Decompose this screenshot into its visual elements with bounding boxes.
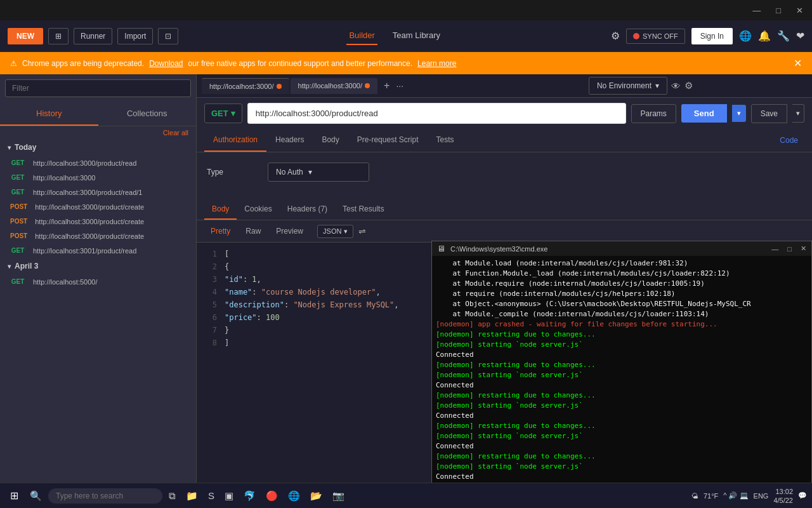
- wrench-icon[interactable]: 🔧: [777, 30, 790, 42]
- request-tab[interactable]: http://localhost:3000/: [202, 78, 289, 94]
- new-button[interactable]: NEW: [8, 28, 43, 44]
- clear-all-button[interactable]: Clear all: [0, 126, 196, 139]
- request-type-tab[interactable]: Pre-request Script: [348, 129, 428, 152]
- settings-icon[interactable]: ⚙: [611, 30, 620, 42]
- response-tab[interactable]: Cookies: [237, 199, 279, 220]
- line-content: {: [225, 260, 229, 273]
- terminal-icon[interactable]: ▣: [221, 488, 237, 504]
- tab-collections[interactable]: Collections: [98, 102, 197, 126]
- json-format-select[interactable]: JSON ▾: [317, 225, 353, 238]
- runner-button[interactable]: Runner: [74, 28, 112, 44]
- line-number: 4: [202, 286, 217, 298]
- file-explorer-icon[interactable]: 📁: [182, 488, 202, 504]
- search-input[interactable]: [5, 79, 191, 97]
- response-tab[interactable]: Body: [204, 199, 237, 220]
- environment-select[interactable]: No Environment ▾: [589, 77, 667, 95]
- send-button[interactable]: Send: [681, 104, 727, 123]
- code-link[interactable]: Code: [773, 130, 804, 151]
- list-item[interactable]: POSThttp://localhost:3000/product/create: [0, 214, 196, 229]
- list-item[interactable]: POSThttp://localhost:3000/product/create: [0, 229, 196, 243]
- sign-in-button[interactable]: Sign In: [691, 28, 733, 44]
- line-content: "name": "course Nodejs developer",: [225, 286, 381, 298]
- cmd-maximize[interactable]: □: [787, 245, 792, 253]
- request-type-tab[interactable]: Authorization: [204, 129, 266, 152]
- chevron-down-icon: ▾: [8, 263, 11, 270]
- banner-download-link[interactable]: Download: [149, 59, 183, 68]
- no-auth-label: No Auth: [276, 168, 303, 177]
- banner-close-button[interactable]: ✕: [794, 57, 802, 69]
- tab-history[interactable]: History: [0, 102, 98, 126]
- save-button[interactable]: Save: [751, 104, 787, 123]
- body-format-tab[interactable]: Preview: [270, 224, 310, 238]
- nav-builder[interactable]: Builder: [346, 27, 377, 45]
- line-content: "description": "Nodejs Express MySQL",: [225, 298, 399, 311]
- sync-button[interactable]: SYNC OFF: [626, 29, 685, 44]
- response-tab[interactable]: Test Results: [335, 199, 391, 220]
- chrome-icon[interactable]: 🌐: [284, 488, 304, 504]
- cmd-line: Connected: [436, 380, 808, 391]
- date-label: 4/5/22: [773, 496, 793, 505]
- add-tab-button[interactable]: +: [379, 80, 395, 91]
- heart-icon[interactable]: ❤: [796, 30, 804, 42]
- request-tab[interactable]: http://localhost:3000/: [291, 78, 378, 94]
- cmd-close[interactable]: ✕: [801, 244, 806, 253]
- auth-type-select[interactable]: No Auth ▾: [268, 163, 369, 182]
- cmd-line: [nodemon] restarting due to changes...: [436, 360, 808, 370]
- more-tabs-button[interactable]: ···: [396, 81, 403, 91]
- url-text: http://localhost:3000/product/create: [35, 203, 144, 211]
- mysql-icon[interactable]: 🐬: [240, 488, 259, 504]
- line-content: "price": 100: [225, 311, 280, 324]
- eye-icon[interactable]: 👁: [671, 81, 681, 91]
- request-type-tab[interactable]: Body: [313, 129, 348, 152]
- list-item[interactable]: GEThttp://localhost:5000/: [0, 274, 196, 289]
- beautify-button[interactable]: ⇌: [358, 226, 366, 236]
- method-badge: GET: [8, 159, 28, 167]
- request-type-tab[interactable]: Headers: [266, 129, 313, 152]
- banner-text: Chrome apps are being deprecated.: [22, 59, 144, 68]
- temperature-label: 71°F: [704, 492, 718, 500]
- sidebar-tabs: History Collections: [0, 102, 196, 126]
- app5-icon[interactable]: 🔴: [262, 488, 282, 504]
- cmd-minimize[interactable]: —: [771, 245, 778, 253]
- method-badge: GET: [8, 188, 28, 196]
- url-input[interactable]: [247, 103, 626, 124]
- cmd-window[interactable]: 🖥 C:\Windows\system32\cmd.exe — □ ✕ at M…: [431, 241, 812, 507]
- list-item[interactable]: POSThttp://localhost:3000/product/create: [0, 199, 196, 214]
- response-tab[interactable]: Headers (7): [280, 199, 335, 220]
- title-bar: — □ ✕: [0, 0, 812, 20]
- folder-icon[interactable]: 📂: [306, 488, 326, 504]
- taskbar-search-input[interactable]: [48, 488, 162, 504]
- minimize-button[interactable]: —: [749, 4, 764, 17]
- start-button[interactable]: ⊞: [5, 487, 23, 504]
- sublime-icon[interactable]: S: [204, 488, 218, 504]
- body-format-tab[interactable]: Raw: [239, 224, 267, 238]
- nav-team-library[interactable]: Team Library: [390, 27, 443, 45]
- request-type-tab[interactable]: Tests: [427, 129, 462, 152]
- import-button[interactable]: Import: [117, 28, 153, 44]
- cmd-line: [nodemon] app crashed - waiting for file…: [436, 319, 808, 330]
- task-view-icon[interactable]: ⧉: [165, 488, 180, 504]
- list-item[interactable]: GEThttp://localhost:3001/product/read: [0, 243, 196, 258]
- camera-icon[interactable]: 📷: [329, 488, 348, 504]
- send-dropdown-button[interactable]: ▾: [732, 105, 746, 122]
- globe-icon[interactable]: 🌐: [739, 30, 752, 42]
- request-tabs-bar: http://localhost:3000/http://localhost:3…: [197, 74, 584, 97]
- params-button[interactable]: Params: [631, 104, 676, 123]
- request-tabs-container: http://localhost:3000/http://localhost:3…: [202, 78, 377, 94]
- settings-icon[interactable]: ⚙: [684, 80, 693, 91]
- list-item[interactable]: GEThttp://localhost:3000: [0, 170, 196, 185]
- deprecation-banner: ⚠ Chrome apps are being deprecated. Down…: [0, 52, 812, 74]
- list-item[interactable]: GEThttp://localhost:3000/product/read: [0, 156, 196, 170]
- bell-icon[interactable]: 🔔: [758, 30, 771, 42]
- method-select[interactable]: GET ▾: [204, 104, 242, 123]
- unsaved-dot: [277, 84, 282, 89]
- save-dropdown-button[interactable]: ▾: [792, 104, 804, 123]
- list-item[interactable]: GEThttp://localhost:3000/product/read/1: [0, 185, 196, 199]
- banner-learn-link[interactable]: Learn more: [417, 59, 456, 68]
- close-button[interactable]: ✕: [792, 4, 807, 17]
- layout-button[interactable]: ⊞: [48, 28, 69, 44]
- body-format-tab[interactable]: Pretty: [204, 224, 237, 238]
- maximize-button[interactable]: □: [772, 4, 785, 17]
- new-window-button[interactable]: ⊡: [158, 28, 178, 44]
- notification-icon[interactable]: 💬: [798, 491, 807, 500]
